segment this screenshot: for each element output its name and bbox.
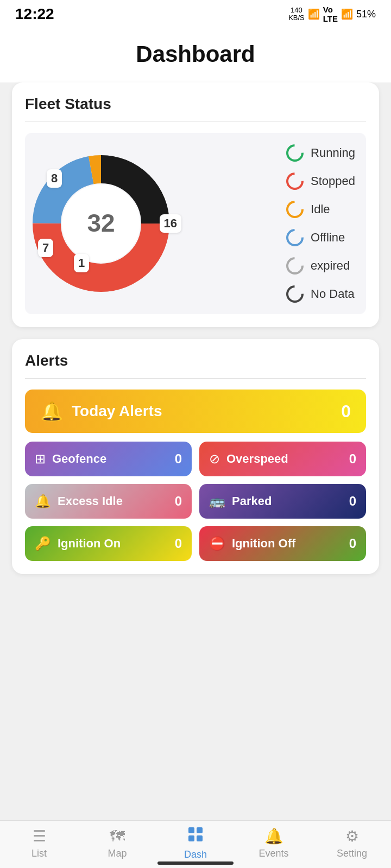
map-nav-icon: 🗺 [110,827,125,845]
alerts-title: Alerts [25,352,366,369]
nav-dash[interactable]: Dash [168,826,223,860]
svg-rect-17 [197,835,203,841]
list-nav-icon: ☰ [33,827,46,845]
chart-legend: Running Stopped Idle [286,144,361,303]
main-content: Fleet Status [0,82,391,640]
segment-label-8: 8 [47,169,62,188]
geofence-icon: ⊞ [35,451,46,467]
svg-point-9 [287,174,302,189]
legend-expired-label: expired [311,259,350,273]
stopped-legend-icon [286,172,304,190]
today-alerts-button[interactable]: 🔔 Today Alerts 0 [25,390,366,433]
status-bar: 12:22 140KB/S 📶 VoLTE 📶 51% [0,0,391,28]
nav-list[interactable]: ☰ List [12,827,66,859]
legend-offline-label: Offline [311,231,345,245]
signal-icon: 📶 [341,8,353,20]
nodata-legend-icon [286,285,304,303]
today-alert-icon: 🔔 [40,400,63,422]
wifi-icon: 📶 [308,8,320,20]
alert-grid: ⊞ Geofence 0 ⊘ Overspeed 0 🔔 Excess Idle [25,442,366,561]
today-alerts-label: Today Alerts [72,403,162,420]
ignition-on-button[interactable]: 🔑 Ignition On 0 [25,526,192,561]
excess-idle-count: 0 [175,494,182,509]
ignition-off-button[interactable]: ⛔ Ignition Off 0 [199,526,366,561]
overspeed-label: Overspeed [226,452,288,466]
running-legend-icon [286,144,304,162]
overspeed-count: 0 [349,451,356,467]
setting-nav-label: Setting [337,848,367,859]
geofence-label: Geofence [52,452,106,466]
excess-idle-button[interactable]: 🔔 Excess Idle 0 [25,484,192,519]
list-nav-label: List [31,848,47,859]
today-alerts-count: 0 [341,401,351,422]
overspeed-icon: ⊘ [209,451,220,467]
legend-idle: Idle [286,200,355,219]
legend-nodata: No Data [286,285,355,303]
fleet-status-title: Fleet Status [25,95,366,113]
segment-label-1: 1 [74,254,89,272]
legend-nodata-label: No Data [311,287,355,301]
parked-icon: 🚌 [209,494,225,509]
status-icons: 140KB/S 📶 VoLTE 📶 51% [288,5,376,23]
nav-events[interactable]: 🔔 Events [247,827,301,859]
excess-idle-label: Excess Idle [58,494,123,508]
dash-nav-icon [187,826,204,846]
bottom-nav: ☰ List 🗺 Map Dash 🔔 Events ⚙ Setting [0,820,391,868]
svg-point-10 [287,202,302,217]
setting-nav-icon: ⚙ [345,827,359,845]
svg-point-11 [287,230,302,245]
legend-offline: Offline [286,228,355,247]
header: Dashboard [0,28,391,82]
parked-button[interactable]: 🚌 Parked 0 [199,484,366,519]
offline-legend-icon [286,228,304,247]
overspeed-button[interactable]: ⊘ Overspeed 0 [199,442,366,476]
legend-idle-label: Idle [311,202,330,216]
svg-text:32: 32 [87,209,115,237]
data-speed: 140KB/S [288,7,305,22]
fleet-chart-area: 32 8 16 7 1 Running [25,133,366,314]
svg-rect-14 [188,827,194,833]
battery-icon: 51% [356,9,376,20]
fleet-status-card: Fleet Status [12,82,379,327]
geofence-button[interactable]: ⊞ Geofence 0 [25,442,192,476]
expired-legend-icon [286,257,304,275]
ignition-on-count: 0 [175,536,182,551]
lte-icon: VoLTE [323,5,338,23]
donut-chart: 32 8 16 7 1 [30,153,172,294]
ignition-off-icon: ⛔ [209,536,225,551]
dash-nav-label: Dash [184,849,207,860]
ignition-on-icon: 🔑 [35,536,51,551]
nav-map[interactable]: 🗺 Map [90,827,144,859]
alerts-card: Alerts 🔔 Today Alerts 0 ⊞ Geofence 0 [12,339,379,574]
status-time: 12:22 [15,5,54,23]
nav-setting[interactable]: ⚙ Setting [325,827,379,859]
parked-label: Parked [232,494,272,508]
segment-label-16: 16 [160,214,181,233]
legend-stopped: Stopped [286,172,355,190]
svg-rect-15 [197,827,203,833]
legend-running: Running [286,144,355,162]
home-indicator [157,861,234,865]
svg-point-12 [287,258,302,273]
map-nav-label: Map [108,848,127,859]
svg-rect-16 [188,835,194,841]
ignition-off-label: Ignition Off [232,537,295,551]
svg-point-13 [287,286,302,302]
legend-expired: expired [286,257,355,275]
legend-running-label: Running [311,146,355,160]
idle-legend-icon [286,200,304,219]
legend-stopped-label: Stopped [311,174,355,188]
ignition-on-label: Ignition On [58,537,121,551]
ignition-off-count: 0 [349,536,356,551]
segment-label-7: 7 [38,239,53,257]
events-nav-icon: 🔔 [264,827,283,845]
page-title: Dashboard [0,41,391,67]
events-nav-label: Events [258,848,288,859]
excess-idle-icon: 🔔 [35,494,51,509]
svg-point-7 [287,145,302,161]
parked-count: 0 [349,494,356,509]
geofence-count: 0 [175,451,182,467]
